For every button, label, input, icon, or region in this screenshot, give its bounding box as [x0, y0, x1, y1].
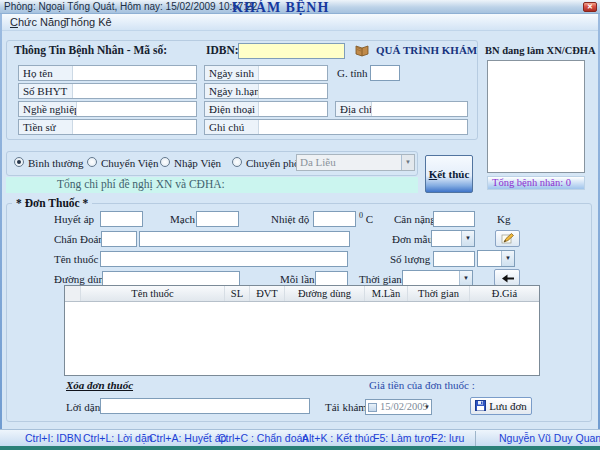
close-icon: ✕ — [587, 3, 593, 10]
col-thoi-gian[interactable]: Thời gian — [408, 286, 470, 301]
field-dia-chi[interactable]: Địa chỉ — [335, 101, 468, 117]
dien-thoai-label: Điện thoại — [205, 102, 259, 116]
save-icon — [475, 400, 486, 413]
edit-template-button[interactable] — [495, 230, 520, 247]
dien-thoai-input[interactable] — [259, 102, 327, 116]
ngay-h-han-input[interactable] — [259, 84, 327, 98]
qua-trinh-kham-link[interactable]: QUÁ TRÌNH KHÁM — [376, 44, 477, 56]
chan-doan-input[interactable] — [139, 231, 350, 247]
shortcut-idbn: Ctrl+I: IDBN — [25, 432, 81, 444]
ngay-sinh-label: Ngày sinh — [205, 66, 259, 80]
col-dvt[interactable]: ĐVT — [250, 286, 285, 301]
tien-su-label: Tiền sử — [19, 120, 73, 134]
mach-input[interactable] — [196, 211, 239, 227]
ten-thuoc-input[interactable] — [100, 251, 348, 267]
menu-chuc-nang[interactable]: Chức Năng — [10, 16, 66, 28]
pencil-icon — [501, 230, 514, 248]
chevron-down-icon: ▼ — [461, 231, 474, 246]
field-dien-thoai[interactable]: Điện thoại — [204, 101, 328, 117]
temp-unit-label: 0 C — [359, 211, 373, 225]
don-vi-select[interactable]: ▼ — [477, 250, 515, 267]
field-ngay-sinh[interactable]: Ngày sinh — [204, 65, 328, 81]
col-duong-dung[interactable]: Đường dùng — [285, 286, 365, 301]
gioi-tinh-input[interactable] — [370, 65, 400, 81]
shortcut-luu: F2: lưu — [431, 432, 464, 444]
medicines-table[interactable]: Tên thuốc SL ĐVT Đường dùng M.Lần Thời g… — [64, 285, 540, 376]
huyet-ap-input[interactable] — [100, 211, 143, 227]
col-m-lan[interactable]: M.Lần — [365, 286, 408, 301]
can-nang-label: Cân nặng — [394, 213, 436, 225]
menu-thong-ke[interactable]: Thống Kê — [64, 16, 112, 28]
loi-dan-label: Lời dặn — [66, 401, 100, 413]
field-ghi-chu[interactable]: Ghi chú — [204, 119, 468, 135]
so-luong-input[interactable] — [433, 251, 475, 267]
luu-don-label: Lưu đơn — [489, 400, 527, 412]
field-ngay-h-han[interactable]: Ngày h.hạn — [204, 83, 328, 99]
idbn-label: IDBN: — [206, 44, 239, 56]
so-bhyt-input[interactable] — [73, 84, 196, 98]
radio-nhap-vien-label: Nhập Viện — [174, 157, 221, 169]
checkbox-icon[interactable] — [368, 403, 377, 412]
radio-chuyen-vien[interactable] — [87, 157, 97, 167]
medicines-table-header: Tên thuốc SL ĐVT Đường dùng M.Lần Thời g… — [65, 286, 539, 302]
add-medicine-button[interactable] — [494, 269, 520, 286]
radio-chuyen-vien-label: Chuyển Viện — [101, 157, 159, 169]
tien-su-input[interactable] — [73, 120, 196, 134]
revisit-date-value: 15/02/2009 — [380, 401, 428, 412]
close-button[interactable]: ✕ — [583, 2, 597, 12]
status-bar-divider — [475, 431, 476, 446]
tai-kham-datepicker[interactable]: 15/02/2009 ▼ — [365, 399, 432, 415]
kg-label: Kg — [497, 213, 510, 225]
status-bar: Ctrl+I: IDBN Ctrl+L: Lời dặn Ctrl+A: Huy… — [0, 429, 600, 446]
ten-thuoc-label: Tên thuốc — [54, 253, 98, 265]
radio-binh-thuong[interactable] — [14, 157, 24, 167]
idbn-input[interactable] — [238, 43, 345, 59]
chan-doan-code-input[interactable] — [101, 231, 137, 247]
book-icon — [354, 43, 370, 61]
chevron-down-icon: ▼ — [459, 271, 472, 286]
luu-don-button[interactable]: Lưu đơn — [470, 397, 532, 415]
prescription-title: * Đơn Thuốc * — [12, 197, 92, 209]
room-select[interactable]: Da Liễu ▼ — [296, 154, 415, 171]
don-mau-select[interactable]: ▼ — [431, 230, 475, 247]
room-select-value: Da Liễu — [300, 156, 399, 168]
shortcut-lam-tuoi: F5: Làm tươi — [373, 432, 434, 444]
field-tien-su[interactable]: Tiền sử — [18, 119, 197, 135]
gioi-tinh-label: G. tính — [337, 67, 368, 79]
radio-chuyen-phong[interactable] — [232, 157, 242, 167]
dia-chi-input[interactable] — [372, 102, 467, 116]
menu-bar: Chức Năng Thống Kê — [2, 14, 598, 31]
don-mau-label: Đơn mẫu — [392, 233, 433, 245]
col-ten-thuoc[interactable]: Tên thuốc — [81, 286, 225, 301]
chevron-down-icon: ▼ — [401, 155, 414, 170]
xoa-don-thuoc-link[interactable]: Xóa đơn thuốc — [66, 379, 133, 391]
radio-nhap-vien[interactable] — [160, 157, 170, 167]
ho-ten-label: Họ tên — [19, 66, 73, 80]
chevron-down-icon: ▼ — [424, 404, 430, 410]
can-nang-input[interactable] — [433, 211, 475, 227]
ho-ten-input[interactable] — [73, 66, 196, 80]
chevron-down-icon: ▼ — [501, 251, 514, 266]
total-patients-badge: Tổng bệnh nhân: 0 — [487, 176, 585, 190]
dia-chi-label: Địa chỉ — [336, 102, 372, 116]
shortcut-loi-dan: Ctrl+L: Lời dặn — [83, 432, 153, 444]
col-d-gia[interactable]: Đ.Giá — [470, 286, 539, 301]
field-ho-ten[interactable]: Họ tên — [18, 65, 197, 81]
ngay-sinh-input[interactable] — [259, 66, 327, 80]
arrow-left-icon — [500, 269, 515, 287]
ket-thuc-button[interactable]: Kết thúc — [425, 155, 473, 193]
shortcut-chan-doan: Ctrl+C : Chẩn đoán — [218, 432, 308, 444]
patients-xn-cdha-list[interactable] — [487, 60, 585, 173]
kham-benh-window: Phòng: Ngoại Tổng Quát, Hôm nay: 15/02/2… — [0, 0, 600, 450]
thoi-gian-label: Thời gian — [359, 273, 402, 285]
ghi-chu-input[interactable] — [259, 120, 467, 134]
nghe-nghiep-input[interactable] — [77, 102, 196, 116]
field-nghe-nghiep[interactable]: Nghề nghiệp — [18, 101, 197, 117]
radio-binh-thuong-label: Bình thường — [28, 157, 83, 169]
nhiet-do-label: Nhiệt độ — [271, 213, 309, 225]
nhiet-do-input[interactable] — [313, 211, 356, 227]
page-title: KHÁM BỆNH — [232, 0, 329, 16]
field-so-bhyt[interactable]: Số BHYT — [18, 83, 197, 99]
col-sl[interactable]: SL — [225, 286, 250, 301]
loi-dan-input[interactable] — [100, 398, 310, 414]
